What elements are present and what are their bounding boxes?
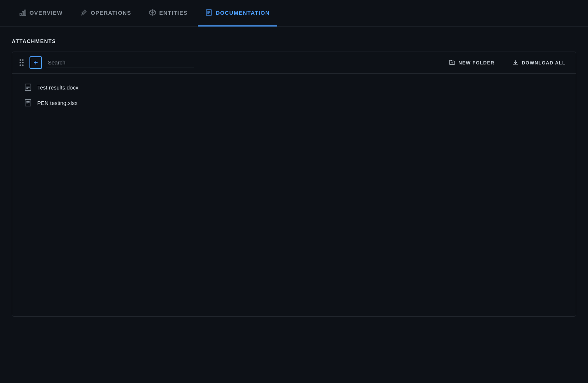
drag-handle[interactable] — [18, 58, 25, 67]
nav-item-operations-label: OPERATIONS — [91, 10, 131, 16]
nav-item-entities-label: ENTITIES — [159, 10, 188, 16]
toolbar-right: NEW FOLDER DOWNLOAD ALL — [444, 57, 570, 68]
nav-item-documentation-label: DOCUMENTATION — [216, 10, 270, 16]
nav-item-operations[interactable]: OPERATIONS — [73, 0, 139, 27]
new-folder-label: NEW FOLDER — [458, 60, 494, 66]
svg-rect-2 — [24, 10, 26, 15]
cube-icon — [149, 9, 156, 16]
add-button[interactable]: + — [29, 56, 42, 69]
nav-item-overview[interactable]: OVERVIEW — [12, 0, 70, 27]
search-input[interactable] — [46, 58, 194, 67]
page-content: ATTACHMENTS + — [0, 27, 588, 328]
download-all-icon — [512, 59, 519, 66]
file-item[interactable]: PEN testing.xlsx — [21, 95, 567, 110]
svg-rect-1 — [22, 11, 24, 15]
drag-dot — [20, 59, 21, 61]
drag-dot — [22, 59, 24, 61]
section-title: ATTACHMENTS — [12, 38, 576, 44]
document-icon — [24, 99, 32, 107]
file-list: Test results.docx PEN testing.xlsx — [12, 74, 576, 116]
nav-item-overview-label: OVERVIEW — [29, 10, 63, 16]
document-icon — [24, 83, 32, 91]
new-folder-icon — [449, 59, 455, 66]
top-navigation: OVERVIEW OPERATIONS ENTITIES DOCUMENTATI… — [0, 0, 588, 27]
add-icon: + — [34, 59, 38, 67]
attachments-container: + NEW FOLDER — [12, 52, 576, 317]
download-all-label: DOWNLOAD ALL — [522, 60, 566, 66]
drag-dot — [20, 62, 21, 63]
drag-dot — [20, 64, 21, 66]
file-item[interactable]: Test results.docx — [21, 80, 567, 95]
doc-icon — [205, 9, 213, 16]
nav-item-documentation[interactable]: DOCUMENTATION — [198, 0, 277, 27]
download-all-button[interactable]: DOWNLOAD ALL — [508, 57, 570, 68]
nav-item-entities[interactable]: ENTITIES — [141, 0, 195, 27]
chart-icon — [19, 9, 27, 16]
file-name: Test results.docx — [37, 84, 78, 91]
file-name: PEN testing.xlsx — [37, 100, 77, 106]
svg-rect-0 — [20, 13, 21, 15]
new-folder-button[interactable]: NEW FOLDER — [444, 57, 499, 68]
tools-icon — [80, 9, 88, 16]
toolbar: + NEW FOLDER — [12, 52, 576, 74]
drag-dot — [22, 62, 24, 63]
drag-dot — [22, 64, 24, 66]
